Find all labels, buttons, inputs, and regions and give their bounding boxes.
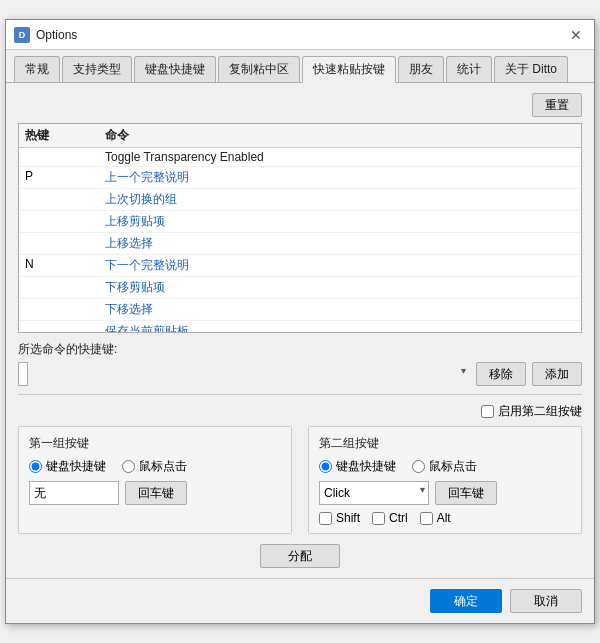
group1-input-row: 回车键 xyxy=(29,481,281,505)
group2-keyboard-radio[interactable] xyxy=(319,460,332,473)
table-row[interactable]: P 上一个完整说明 xyxy=(19,167,581,189)
group2-dropdown[interactable]: Click Double Click Middle Click Right Cl… xyxy=(319,481,429,505)
group1-keyboard-label: 键盘快捷键 xyxy=(46,458,106,475)
group1-enter-key-button[interactable]: 回车键 xyxy=(125,481,187,505)
alt-checkbox[interactable] xyxy=(420,512,433,525)
command-cell: 保存当前剪贴板 xyxy=(105,323,575,333)
enable-second-group-text: 启用第二组按键 xyxy=(498,403,582,420)
command-cell: 上移剪贴项 xyxy=(105,213,575,230)
group2-enter-key-button[interactable]: 回车键 xyxy=(435,481,497,505)
shortcut-row: 移除 添加 xyxy=(18,362,582,386)
shift-checkbox-label[interactable]: Shift xyxy=(319,511,360,525)
remove-button[interactable]: 移除 xyxy=(476,362,526,386)
divider xyxy=(18,394,582,395)
enable-second-group-row: 启用第二组按键 xyxy=(18,403,582,420)
toolbar-row: 重置 xyxy=(18,93,582,117)
tab-friends[interactable]: 朋友 xyxy=(398,56,444,82)
ctrl-checkbox-label[interactable]: Ctrl xyxy=(372,511,408,525)
content-area: 重置 热键 命令 Toggle Transparency Enabled P 上… xyxy=(6,83,594,578)
titlebar-left: D Options xyxy=(14,27,77,43)
hotkey-cell: N xyxy=(25,257,105,271)
group1-keyboard-radio-label[interactable]: 键盘快捷键 xyxy=(29,458,106,475)
group2-mouse-radio[interactable] xyxy=(412,460,425,473)
command-cell: 下一个完整说明 xyxy=(105,257,575,274)
tab-general[interactable]: 常规 xyxy=(14,56,60,82)
tab-copy-paste-zone[interactable]: 复制粘中区 xyxy=(218,56,300,82)
shift-label: Shift xyxy=(336,511,360,525)
group2-keyboard-label: 键盘快捷键 xyxy=(336,458,396,475)
app-icon: D xyxy=(14,27,30,43)
alt-label: Alt xyxy=(437,511,451,525)
group1-mouse-radio[interactable] xyxy=(122,460,135,473)
command-cell: 上次切换的组 xyxy=(105,191,575,208)
add-button[interactable]: 添加 xyxy=(532,362,582,386)
command-cell: 上一个完整说明 xyxy=(105,169,575,186)
col-hotkey-header: 热键 xyxy=(25,127,105,144)
groups-row: 第一组按键 键盘快捷键 鼠标点击 回车键 xyxy=(18,426,582,534)
table-row[interactable]: 保存当前剪贴板 xyxy=(19,321,581,333)
shortcut-dropdown[interactable] xyxy=(18,362,28,386)
table-header: 热键 命令 xyxy=(19,124,581,148)
tabs-bar: 常规 支持类型 键盘快捷键 复制粘中区 快速粘贴按键 朋友 统计 关于 Ditt… xyxy=(6,50,594,83)
col-command-header: 命令 xyxy=(105,127,575,144)
close-icon[interactable]: ✕ xyxy=(566,25,586,45)
table-row[interactable]: Toggle Transparency Enabled xyxy=(19,148,581,167)
group1-mouse-radio-label[interactable]: 鼠标点击 xyxy=(122,458,187,475)
enable-second-group-label[interactable]: 启用第二组按键 xyxy=(481,403,582,420)
assign-button[interactable]: 分配 xyxy=(260,544,340,568)
tab-quick-paste[interactable]: 快速粘贴按键 xyxy=(302,56,396,83)
tab-about[interactable]: 关于 Ditto xyxy=(494,56,568,82)
ctrl-checkbox[interactable] xyxy=(372,512,385,525)
table-row[interactable]: 下移剪贴项 xyxy=(19,277,581,299)
group1-text-input[interactable] xyxy=(29,481,119,505)
table-row[interactable]: 下移选择 xyxy=(19,299,581,321)
ok-button[interactable]: 确定 xyxy=(430,589,502,613)
hotkey-table: 热键 命令 Toggle Transparency Enabled P 上一个完… xyxy=(18,123,582,333)
options-window: D Options ✕ 常规 支持类型 键盘快捷键 复制粘中区 快速粘贴按键 朋… xyxy=(5,19,595,624)
group2-modifier-row: Shift Ctrl Alt xyxy=(319,511,571,525)
command-cell: 下移剪贴项 xyxy=(105,279,575,296)
bottom-bar: 确定 取消 xyxy=(6,578,594,623)
shift-checkbox[interactable] xyxy=(319,512,332,525)
table-row[interactable]: 上移选择 xyxy=(19,233,581,255)
ctrl-label: Ctrl xyxy=(389,511,408,525)
group2-dropdown-wrap: Click Double Click Middle Click Right Cl… xyxy=(319,481,429,505)
group2-box: 第二组按键 键盘快捷键 鼠标点击 Click Doub xyxy=(308,426,582,534)
group1-box: 第一组按键 键盘快捷键 鼠标点击 回车键 xyxy=(18,426,292,534)
table-row[interactable]: 上次切换的组 xyxy=(19,189,581,211)
group2-input-row: Click Double Click Middle Click Right Cl… xyxy=(319,481,571,505)
window-title: Options xyxy=(36,28,77,42)
group2-mouse-label: 鼠标点击 xyxy=(429,458,477,475)
enable-second-group-checkbox[interactable] xyxy=(481,405,494,418)
table-row[interactable]: 上移剪贴项 xyxy=(19,211,581,233)
tab-stats[interactable]: 统计 xyxy=(446,56,492,82)
titlebar: D Options ✕ xyxy=(6,20,594,50)
command-cell: 上移选择 xyxy=(105,235,575,252)
group2-keyboard-radio-label[interactable]: 键盘快捷键 xyxy=(319,458,396,475)
command-cell: Toggle Transparency Enabled xyxy=(105,150,575,164)
group1-radio-row: 键盘快捷键 鼠标点击 xyxy=(29,458,281,475)
group1-mouse-label: 鼠标点击 xyxy=(139,458,187,475)
cancel-button[interactable]: 取消 xyxy=(510,589,582,613)
reset-button[interactable]: 重置 xyxy=(532,93,582,117)
group2-radio-row: 键盘快捷键 鼠标点击 xyxy=(319,458,571,475)
tab-support-types[interactable]: 支持类型 xyxy=(62,56,132,82)
group2-title: 第二组按键 xyxy=(319,435,571,452)
assign-row: 分配 xyxy=(18,544,582,568)
alt-checkbox-label[interactable]: Alt xyxy=(420,511,451,525)
hotkey-cell: P xyxy=(25,169,105,183)
command-cell: 下移选择 xyxy=(105,301,575,318)
group1-title: 第一组按键 xyxy=(29,435,281,452)
shortcut-section-label: 所选命令的快捷键: xyxy=(18,341,582,358)
shortcut-dropdown-wrap xyxy=(18,362,470,386)
table-row[interactable]: N 下一个完整说明 xyxy=(19,255,581,277)
group2-mouse-radio-label[interactable]: 鼠标点击 xyxy=(412,458,477,475)
group1-keyboard-radio[interactable] xyxy=(29,460,42,473)
tab-keyboard-shortcuts[interactable]: 键盘快捷键 xyxy=(134,56,216,82)
